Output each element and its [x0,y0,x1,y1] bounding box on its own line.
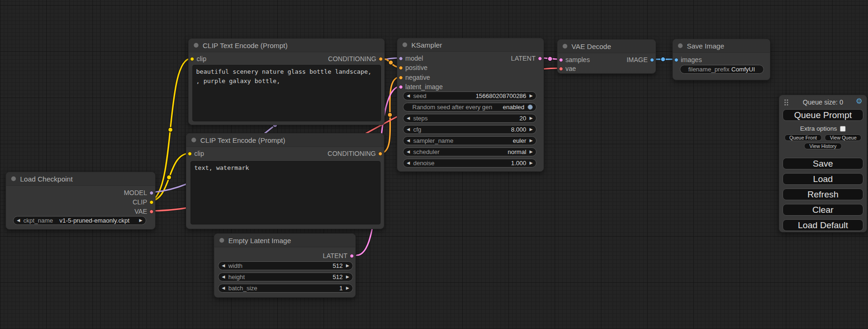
menu-header: Queue size: 0 ⚙ [779,95,867,109]
widget-label: width [228,262,242,269]
input-port-clip[interactable] [188,152,192,156]
widget-seed[interactable]: ◀ seed 156680208700286 ▶ [403,91,536,100]
view-history-button[interactable]: View History [804,143,841,149]
queue-front-button[interactable]: Queue Front [784,134,822,141]
increment-arrow-icon[interactable]: ▶ [346,275,349,279]
widget-value: enabled [492,104,524,111]
increment-arrow-icon[interactable]: ▶ [529,161,533,165]
collapse-dot-icon[interactable] [191,138,196,142]
decrement-arrow-icon[interactable]: ◀ [407,127,410,132]
widget-cfg[interactable]: ◀ cfg 8.000 ▶ [403,125,536,134]
input-label: samples [565,56,590,63]
input-port-images[interactable] [674,58,678,62]
node-title-bar[interactable]: Save Image [673,39,770,53]
output-label: LATENT [511,55,536,62]
node-title-bar[interactable]: Empty Latent Image [214,234,355,247]
node-title-bar[interactable]: Load Checkpoint [6,172,155,186]
widget-denoise[interactable]: ◀ denoise 1.000 ▶ [403,159,536,168]
input-port-model[interactable] [399,56,403,61]
increment-arrow-icon[interactable]: ▶ [529,139,533,143]
input-port-vae[interactable] [559,67,563,71]
output-port-clip[interactable] [149,200,154,204]
node-title-bar[interactable]: CLIP Text Encode (Prompt) [186,133,384,147]
decrement-arrow-icon[interactable]: ◀ [222,286,225,290]
widget-width[interactable]: ◀ width 512 ▶ [218,261,353,270]
collapse-dot-icon[interactable] [563,44,567,49]
output-port-conditioning[interactable] [379,57,383,61]
decrement-arrow-icon[interactable]: ◀ [407,94,410,98]
input-port-latent-image[interactable] [399,85,403,89]
node-save-image[interactable]: Save Image images filename_prefix ComfyU… [672,39,770,80]
node-title: Load Checkpoint [20,175,73,183]
widget-batch-size[interactable]: ◀ batch_size 1 ▶ [218,284,353,293]
widget-sampler-name[interactable]: ◀ sampler_name euler ▶ [403,136,536,145]
widget-random-seed-toggle[interactable]: Random seed after every gen enabled [403,103,536,112]
increment-arrow-icon[interactable]: ▶ [346,286,349,290]
view-queue-button[interactable]: View Queue [825,134,861,141]
collapse-dot-icon[interactable] [11,176,16,181]
node-empty-latent-image[interactable]: Empty Latent Image LATENT ◀ width 512 ▶ … [214,233,356,298]
collapse-dot-icon[interactable] [402,42,407,47]
decrement-arrow-icon[interactable]: ◀ [407,150,410,154]
slot-row-images: images [673,56,770,64]
input-port-positive[interactable] [399,66,403,70]
increment-arrow-icon[interactable]: ▶ [529,150,533,154]
queue-prompt-button[interactable]: Queue Prompt [783,109,863,121]
decrement-arrow-icon[interactable]: ◀ [407,161,410,165]
increment-arrow-icon[interactable]: ▶ [529,116,533,120]
widget-scheduler[interactable]: ◀ scheduler normal ▶ [403,147,536,156]
positive-prompt-textarea[interactable]: beautiful scenery nature glass bottle la… [192,65,381,121]
drag-handle-icon[interactable] [784,99,788,105]
increment-arrow-icon[interactable]: ▶ [529,127,533,132]
decrement-arrow-icon[interactable]: ◀ [222,264,225,268]
collapse-dot-icon[interactable] [219,238,224,243]
node-title-bar[interactable]: KSampler [397,38,543,52]
output-row-latent: LATENT [214,252,355,260]
collapse-dot-icon[interactable] [194,43,198,48]
widget-label: scheduler [413,148,439,155]
save-button[interactable]: Save [783,158,863,169]
widget-label: sampler_name [413,137,453,144]
output-port-conditioning[interactable] [378,152,382,156]
increment-arrow-icon[interactable]: ▶ [529,94,533,98]
node-load-checkpoint[interactable]: Load Checkpoint MODEL CLIP VAE ◀ ckpt_na… [6,172,155,230]
decrement-arrow-icon[interactable]: ◀ [17,218,20,223]
output-port-model[interactable] [149,191,154,195]
node-clip-text-encode-positive[interactable]: CLIP Text Encode (Prompt) clip CONDITION… [188,38,385,125]
node-title-bar[interactable]: CLIP Text Encode (Prompt) [189,39,384,52]
collapse-dot-icon[interactable] [678,43,683,48]
node-title-bar[interactable]: VAE Decode [557,40,656,53]
output-port-vae[interactable] [149,210,154,214]
node-vae-decode[interactable]: VAE Decode samples IMAGE vae [557,39,656,74]
input-port-samples[interactable] [559,58,563,62]
increment-arrow-icon[interactable]: ▶ [346,264,349,268]
output-port-image[interactable] [650,58,654,62]
negative-prompt-textarea[interactable]: text, watermark [191,161,381,224]
widget-value: 512 [245,273,343,280]
settings-gear-icon[interactable]: ⚙ [856,98,862,105]
clear-button[interactable]: Clear [783,204,863,216]
toggle-circle-icon[interactable] [528,105,533,110]
node-clip-text-encode-negative[interactable]: CLIP Text Encode (Prompt) clip CONDITION… [186,133,384,229]
refresh-button[interactable]: Refresh [783,189,863,200]
comfy-menu-panel[interactable]: Queue size: 0 ⚙ Queue Prompt Extra optio… [779,95,867,232]
widget-ckpt-name[interactable]: ◀ ckpt_name v1-5-pruned-emaonly.ckpt ▶ [13,216,146,225]
widget-filename-prefix[interactable]: filename_prefix ComfyUI [680,65,764,74]
input-port-negative[interactable] [399,76,403,80]
decrement-arrow-icon[interactable]: ◀ [407,116,410,120]
output-port-latent[interactable] [350,254,354,258]
load-button[interactable]: Load [783,173,863,185]
extra-options-checkbox[interactable] [840,126,846,132]
output-port-latent[interactable] [538,56,542,61]
load-default-button[interactable]: Load Default [783,219,863,231]
input-port-clip[interactable] [190,57,194,61]
widget-value: 8.000 [421,126,526,133]
decrement-arrow-icon[interactable]: ◀ [407,139,410,143]
node-ksampler[interactable]: KSampler model LATENT positive negative … [397,38,544,172]
widget-steps[interactable]: ◀ steps 20 ▶ [403,114,536,123]
widget-height[interactable]: ◀ height 512 ▶ [218,273,353,281]
increment-arrow-icon[interactable]: ▶ [139,218,142,223]
widget-value: 156680208700286 [426,92,526,99]
node-graph-canvas[interactable]: Load Checkpoint MODEL CLIP VAE ◀ ckpt_na… [0,0,868,329]
decrement-arrow-icon[interactable]: ◀ [222,275,225,279]
